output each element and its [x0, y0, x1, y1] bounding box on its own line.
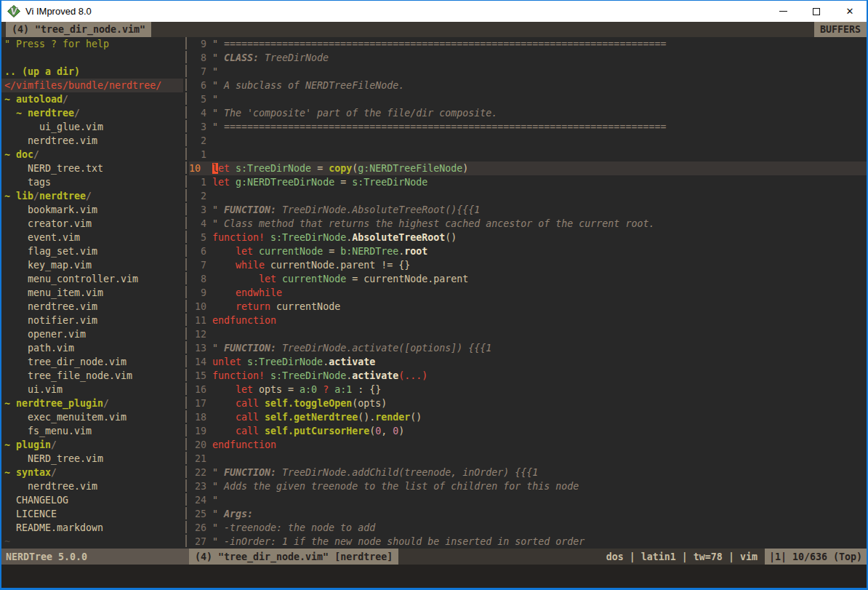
line-number: 15: [189, 369, 206, 383]
code-line[interactable]: 13" FUNCTION: TreeDirNode.activate([opti…: [189, 341, 867, 355]
tree-item[interactable]: menu_item.vim: [1, 286, 183, 300]
code-line[interactable]: 24": [189, 493, 867, 507]
tree-item[interactable]: README.markdown: [1, 521, 183, 535]
code-line[interactable]: 3" FUNCTION: TreeDirNode.AbsoluteTreeRoo…: [189, 203, 867, 217]
tree-item[interactable]: </vimfiles/bundle/nerdtree/: [1, 79, 183, 92]
tree-item[interactable]: opener.vim: [1, 327, 183, 341]
window-vertical-separator[interactable]: [183, 37, 189, 549]
line-number: 1: [189, 175, 206, 189]
line-number: 10: [189, 162, 206, 175]
tree-item[interactable]: exec_menuitem.vim: [1, 410, 183, 424]
tree-item[interactable]: [1, 51, 183, 65]
tree-item[interactable]: key_map.vim: [1, 258, 183, 272]
code-line[interactable]: 8 let currentNode = currentNode.parent: [189, 272, 867, 286]
code-line[interactable]: 18 call self.getNerdtree().render(): [189, 410, 867, 424]
line-number: 8: [189, 51, 206, 65]
tree-item[interactable]: ~ autoload/: [1, 92, 183, 106]
code-line[interactable]: 9" =====================================…: [189, 37, 867, 51]
tree-item[interactable]: nerdtree.vim: [1, 134, 183, 148]
line-number: 12: [189, 327, 206, 341]
code-line[interactable]: 4" The 'composite' part of the file/dir …: [189, 106, 867, 120]
code-line[interactable]: 22" FUNCTION: TreeDirNode.addChild(treen…: [189, 466, 867, 479]
code-line[interactable]: 8" CLASS: TreeDirNode: [189, 51, 867, 65]
line-number: 18: [189, 410, 206, 424]
code-line[interactable]: 3" =====================================…: [189, 120, 867, 134]
code-line[interactable]: 25" Args:: [189, 507, 867, 521]
tree-item[interactable]: ~ nerdtree/: [1, 106, 183, 120]
command-line[interactable]: [1, 565, 867, 588]
tree-item[interactable]: NERD_tree.vim: [1, 452, 183, 466]
code-line[interactable]: 21: [189, 452, 867, 466]
tab-current-buffer[interactable]: (4) "tree_dir_node.vim": [6, 22, 151, 37]
code-line[interactable]: 14unlet s:TreeDirNode.activate: [189, 355, 867, 369]
statusline-file-info: dos | latin1 | tw=78 | vim: [398, 549, 765, 565]
close-button[interactable]: ✕: [833, 1, 867, 22]
code-line[interactable]: 7 while currentNode.parent != {}: [189, 258, 867, 272]
tree-item[interactable]: ~ doc/: [1, 148, 183, 162]
tree-item[interactable]: fs_menu.vim: [1, 424, 183, 438]
tree-item[interactable]: ~ plugin/: [1, 438, 183, 452]
code-line[interactable]: 20endfunction: [189, 438, 867, 452]
tabline: (4) "tree_dir_node.vim" BUFFERS: [1, 22, 867, 37]
tree-item[interactable]: NERD_tree.txt: [1, 162, 183, 175]
code-line[interactable]: 12: [189, 327, 867, 341]
line-number: 17: [189, 396, 206, 410]
code-line[interactable]: 19 call self.putCursorHere(0, 0): [189, 424, 867, 438]
tree-item[interactable]: creator.vim: [1, 217, 183, 231]
maximize-button[interactable]: [800, 1, 833, 22]
tree-item[interactable]: tags: [1, 175, 183, 189]
code-line[interactable]: 2: [189, 189, 867, 203]
tree-item[interactable]: event.vim: [1, 231, 183, 244]
tree-item[interactable]: bookmark.vim: [1, 203, 183, 217]
code-line[interactable]: 11endfunction: [189, 314, 867, 327]
line-number: 2: [189, 134, 206, 148]
line-number: 8: [189, 272, 206, 286]
code-line[interactable]: 6" A subclass of NERDTreeFileNode.: [189, 79, 867, 92]
code-line[interactable]: 17 call self.toggleOpen(opts): [189, 396, 867, 410]
tree-item[interactable]: path.vim: [1, 341, 183, 355]
tree-item[interactable]: nerdtree.vim: [1, 479, 183, 493]
code-line[interactable]: 15function! s:TreeDirNode.activate(...): [189, 369, 867, 383]
code-line[interactable]: 4" Class method that returns the highest…: [189, 217, 867, 231]
tree-item[interactable]: flag_set.vim: [1, 244, 183, 258]
code-line[interactable]: 7": [189, 65, 867, 79]
line-number: 6: [189, 244, 206, 258]
code-line[interactable]: 16 let opts = a:0 ? a:1 : {}: [189, 383, 867, 396]
code-line[interactable]: 10let s:TreeDirNode = copy(g:NERDTreeFil…: [189, 162, 867, 175]
minimize-button[interactable]: [766, 1, 800, 22]
code-line[interactable]: 23" Adds the given treenode to the list …: [189, 479, 867, 493]
code-line[interactable]: 26" -treenode: the node to add: [189, 521, 867, 535]
code-line[interactable]: 2: [189, 134, 867, 148]
code-line[interactable]: 5function! s:TreeDirNode.AbsoluteTreeRoo…: [189, 231, 867, 244]
code-line[interactable]: 6 let currentNode = b:NERDTree.root: [189, 244, 867, 258]
tree-item[interactable]: ~ nerdtree_plugin/: [1, 396, 183, 410]
code-line[interactable]: 1: [189, 148, 867, 162]
tree-item[interactable]: ui.vim: [1, 383, 183, 396]
code-line[interactable]: 10 return currentNode: [189, 300, 867, 314]
tree-item[interactable]: LICENCE: [1, 507, 183, 521]
tree-item[interactable]: ~ syntax/: [1, 466, 183, 479]
code-line[interactable]: 5": [189, 92, 867, 106]
line-number: 19: [189, 424, 206, 438]
tree-item[interactable]: ~ lib/nerdtree/: [1, 189, 183, 203]
line-number: 2: [189, 189, 206, 203]
tree-item[interactable]: CHANGELOG: [1, 493, 183, 507]
line-number: 27: [189, 535, 206, 549]
code-line[interactable]: 27" -inOrder: 1 if the new node should b…: [189, 535, 867, 549]
tree-item[interactable]: menu_controller.vim: [1, 272, 183, 286]
tree-item[interactable]: ui_glue.vim: [1, 120, 183, 134]
tree-item[interactable]: tree_dir_node.vim: [1, 355, 183, 369]
tree-item[interactable]: notifier.vim: [1, 314, 183, 327]
code-line[interactable]: 9 endwhile: [189, 286, 867, 300]
tree-item[interactable]: ~: [1, 535, 183, 549]
tree-item[interactable]: nerdtree.vim: [1, 300, 183, 314]
statusline: NERDTree 5.0.0 (4) "tree_dir_node.vim" […: [1, 549, 867, 565]
tree-item[interactable]: " Press ? for help: [1, 37, 183, 51]
tree-item[interactable]: tree_file_node.vim: [1, 369, 183, 383]
close-icon: ✕: [846, 7, 854, 16]
minimize-icon: [779, 11, 787, 12]
code-line[interactable]: 1let g:NERDTreeDirNode = s:TreeDirNode: [189, 175, 867, 189]
line-number: 7: [189, 65, 206, 79]
tree-item[interactable]: .. (up a dir): [1, 65, 183, 79]
line-number: 26: [189, 521, 206, 535]
